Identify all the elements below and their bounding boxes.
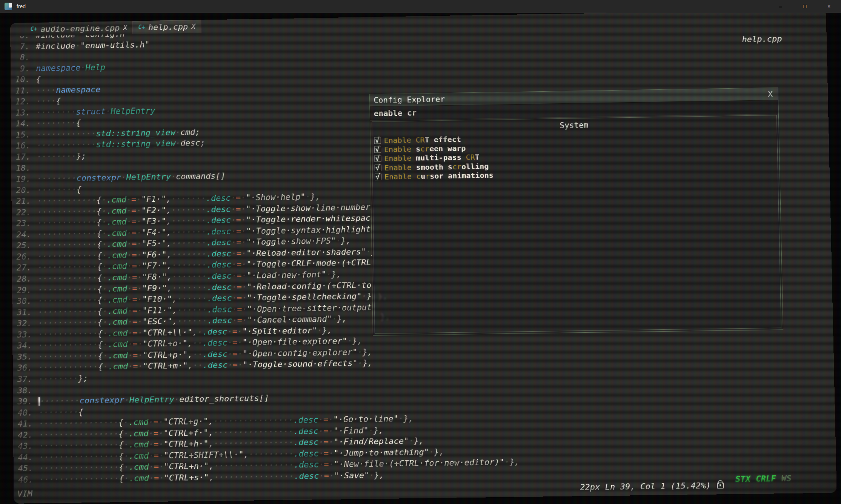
- code-token: =: [132, 239, 137, 249]
- code-token: "·Reload·editor·shaders": [246, 247, 366, 258]
- code-token: };: [76, 151, 86, 161]
- code-token: ·: [242, 304, 247, 313]
- code-token: ················: [39, 418, 119, 428]
- checkbox[interactable]: √: [374, 146, 381, 153]
- code-token: {: [97, 217, 101, 227]
- code-token: ·: [123, 429, 128, 438]
- line-number: 13.: [11, 107, 31, 118]
- code-token: ········: [37, 151, 76, 161]
- code-token: ·: [103, 362, 108, 372]
- code-token: .desc: [207, 293, 232, 303]
- code-token: ·: [319, 449, 324, 458]
- code-token: ·: [175, 138, 180, 148]
- code-token: ·: [241, 226, 246, 236]
- code-token: .cmd: [107, 284, 127, 293]
- code-token: "·Load·new·font": [246, 270, 326, 280]
- code-token: .desc: [206, 260, 231, 270]
- code-token: HelpEntry: [129, 395, 174, 405]
- code-token: =: [133, 350, 138, 360]
- code-token: .desc: [202, 327, 227, 337]
- code-token: =: [237, 315, 242, 325]
- minimize-button[interactable]: –: [769, 0, 793, 13]
- maximize-button[interactable]: □: [793, 0, 817, 13]
- code-token: ·: [102, 262, 107, 271]
- line-number: 11.: [11, 85, 30, 96]
- tab-close-button[interactable]: X: [191, 21, 196, 32]
- code-token: =: [133, 339, 138, 349]
- code-token: .cmd: [106, 195, 126, 205]
- code-token: "F7·": [142, 261, 167, 271]
- code-token: ,: [166, 217, 171, 226]
- code-token: .cmd: [108, 306, 128, 316]
- code-token: ,: [208, 428, 214, 437]
- code-token: ·: [137, 239, 141, 249]
- line-number: 12.: [11, 96, 30, 108]
- check-mark-icon: √: [375, 136, 380, 145]
- code-token: ················: [214, 471, 294, 482]
- code-token: ·: [242, 315, 248, 325]
- tab-label: help.cpp: [148, 21, 188, 33]
- code-token: =: [132, 284, 137, 293]
- code-token: "F10·": [142, 294, 172, 304]
- line-number: 37.: [13, 373, 32, 385]
- checkbox[interactable]: √: [375, 174, 381, 180]
- code-token: ·: [409, 436, 414, 446]
- code-token: },: [322, 325, 332, 335]
- line-number: 21.: [11, 195, 31, 207]
- code-token: "F8·": [142, 272, 167, 282]
- tab-close-button[interactable]: X: [123, 22, 128, 33]
- code-token: ·: [369, 470, 374, 480]
- check-mark-icon: √: [375, 145, 380, 154]
- code-token: ·: [241, 237, 246, 247]
- line-number: 8.: [11, 52, 30, 63]
- code-token: .desc: [206, 193, 231, 203]
- code-token: ,: [172, 294, 177, 304]
- code-token: ················: [214, 427, 294, 437]
- code-token: ·: [241, 215, 246, 224]
- code-token: ·: [318, 437, 324, 447]
- code-token: ,: [172, 317, 177, 326]
- code-token: ················: [214, 438, 294, 448]
- code-token: ·: [127, 284, 132, 293]
- line-number: 41.: [13, 418, 33, 429]
- code-token: =: [233, 360, 238, 370]
- tab-help.cpp[interactable]: C+help.cppX: [133, 20, 201, 34]
- code-token: ·: [318, 415, 323, 424]
- code-token: {: [118, 429, 123, 438]
- app-icon: [5, 3, 12, 10]
- line-number: 46.: [14, 474, 33, 486]
- code-token: "·New·file·(+CTRL·for·new·editor)": [334, 457, 504, 469]
- code-token: =: [154, 439, 158, 449]
- code-token: commands[]: [176, 171, 226, 181]
- code-token: ·······: [172, 271, 207, 281]
- code-token: ·: [136, 206, 141, 215]
- checkbox[interactable]: √: [374, 137, 381, 144]
- code-token: {: [97, 240, 102, 249]
- dialog-close-button[interactable]: X: [768, 88, 773, 100]
- window-controls: – □ ×: [769, 0, 841, 13]
- code-token: =: [132, 228, 137, 237]
- code-token: ·: [128, 328, 132, 338]
- code-token: ·: [103, 329, 108, 338]
- code-token: ············: [37, 140, 96, 150]
- checkbox[interactable]: √: [374, 155, 381, 162]
- checkbox[interactable]: √: [375, 164, 381, 171]
- line-number: 28.: [12, 273, 32, 284]
- code-token: ·: [241, 271, 247, 280]
- code-token: "F1·": [141, 194, 166, 204]
- line-number: 18.: [11, 162, 31, 174]
- code-token: ············: [37, 251, 97, 261]
- code-token: ·: [127, 250, 132, 260]
- close-button[interactable]: ×: [817, 0, 841, 13]
- line-number: 45.: [14, 463, 33, 474]
- tab-audio-engine.cpp[interactable]: C+audio-engine.cppX: [25, 21, 133, 36]
- line-number: 25.: [12, 240, 31, 251]
- code-token: ,: [188, 338, 192, 348]
- app-window: fred – □ × C+audio-engine.cppXC+help.cpp…: [0, 0, 841, 504]
- ghost-bleed: },: [380, 312, 390, 321]
- code-token: "ESC·": [142, 317, 172, 326]
- code-token: =: [154, 451, 158, 460]
- code-token: ·: [148, 417, 153, 427]
- code-token: ·: [504, 457, 510, 467]
- code-token: ············: [38, 295, 97, 306]
